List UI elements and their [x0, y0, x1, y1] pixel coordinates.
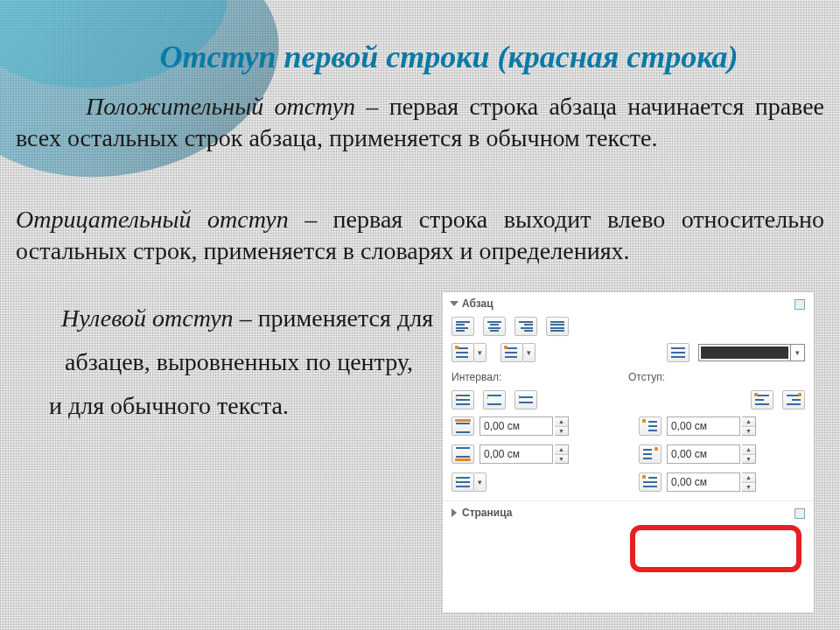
section-dialog-launcher-icon[interactable] — [794, 299, 805, 310]
paragraph-positive-indent: Положительный отступ – первая строка абз… — [16, 91, 824, 155]
section-title-paragraph: Абзац — [462, 298, 494, 310]
space-before-spinner[interactable]: ▲▼ — [555, 416, 569, 436]
space-after-input[interactable]: 0,00 см — [480, 444, 553, 464]
space-after-icon — [452, 444, 474, 464]
indent-right-spinner[interactable]: ▲▼ — [742, 444, 756, 464]
term-negative-indent: Отрицательный отступ — [16, 206, 289, 233]
indent-left-input[interactable]: 0,00 см — [667, 416, 740, 436]
line-spacing-1-5-button[interactable]: ↕ — [483, 390, 506, 410]
align-left-button[interactable] — [452, 317, 474, 336]
numbering-button[interactable] — [500, 343, 523, 362]
space-before-icon — [452, 416, 474, 436]
labels-row: Интервал: Отступ: — [452, 371, 805, 383]
first-line-indent-input[interactable]: 0,00 см — [667, 472, 740, 492]
line-spacing-custom-button[interactable]: ↕ — [452, 472, 474, 492]
paragraph-negative-indent: Отрицательный отступ – первая строка вых… — [16, 204, 824, 268]
section-page: Страница — [443, 501, 814, 535]
section-dialog-launcher-icon[interactable] — [794, 508, 805, 519]
paragraph-zero-indent: Нулевой отступ – применяется для абзацев… — [44, 303, 441, 423]
fill-color-picker[interactable]: ▾ — [698, 344, 805, 361]
expand-icon[interactable] — [452, 508, 457, 517]
decrease-indent-button[interactable] — [751, 390, 774, 410]
first-line-indent-icon — [639, 472, 662, 492]
alignment-row — [452, 317, 805, 336]
page-title: Отступ первой строки (красная строка) — [63, 38, 835, 75]
first-line-indent-spinner[interactable]: ▲▼ — [742, 472, 756, 492]
align-justify-button[interactable] — [546, 317, 569, 336]
spacing-indent-grid: 0,00 см ▲▼ 0,00 см ▲▼ 0,00 см ▲▼ — [452, 416, 805, 492]
numbering-dropdown-icon[interactable] — [523, 343, 536, 362]
text-zero-indent-3: и для обычного текста. — [49, 390, 441, 422]
indent-left-spinner[interactable]: ▲▼ — [742, 416, 756, 436]
shading-split-button[interactable] — [667, 343, 690, 362]
line-spacing-1-button[interactable]: ↕ — [452, 390, 474, 410]
bullets-button[interactable] — [452, 343, 474, 362]
bullets-dropdown-icon[interactable] — [474, 343, 486, 362]
align-center-button[interactable] — [483, 317, 506, 336]
increase-indent-button[interactable] — [782, 390, 805, 410]
indent-right-icon — [639, 444, 662, 464]
list-spacing-row: ▾ — [452, 343, 805, 362]
line-spacing-presets: ↕ ↕ ↕ — [452, 390, 805, 410]
space-after-spinner[interactable]: ▲▼ — [555, 444, 569, 464]
space-before-input[interactable]: 0,00 см — [480, 416, 553, 436]
section-title-page: Страница — [462, 507, 512, 519]
indent-right-input[interactable]: 0,00 см — [667, 444, 740, 464]
align-right-button[interactable] — [514, 317, 537, 336]
paragraph-properties-panel: Абзац — [443, 292, 814, 612]
text-zero-indent-2: абзацев, выровненных по центру, — [37, 346, 441, 378]
indent-left-icon — [639, 416, 662, 436]
line-spacing-dropdown-icon[interactable] — [474, 472, 486, 492]
label-indent: Отступ: — [628, 371, 805, 383]
expand-icon[interactable] — [450, 301, 458, 306]
section-paragraph: Абзац — [443, 292, 814, 501]
term-zero-indent: Нулевой отступ — [61, 304, 234, 332]
slide: Отступ первой строки (красная строка) По… — [0, 0, 840, 630]
label-interval: Интервал: — [452, 371, 628, 383]
text-zero-indent-1: – применяется для — [234, 304, 433, 332]
line-spacing-2-button[interactable]: ↕ — [514, 390, 537, 410]
term-positive-indent: Положительный отступ — [86, 93, 355, 120]
